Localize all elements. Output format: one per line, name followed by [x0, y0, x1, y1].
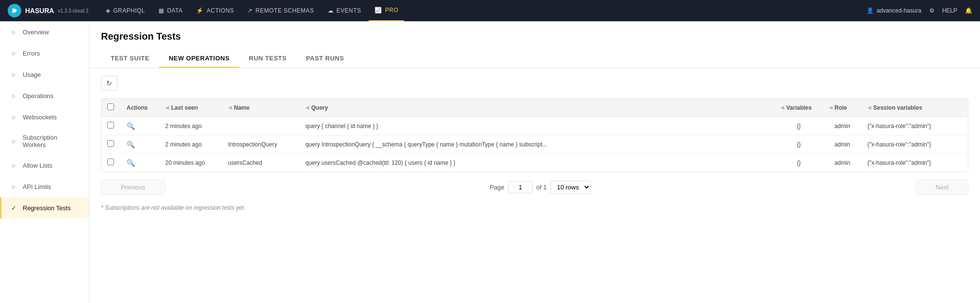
- row2-last-seen: 2 minutes ago: [159, 135, 222, 154]
- row2-checkbox[interactable]: [107, 140, 114, 147]
- data-icon: ▦: [159, 7, 164, 14]
- role-sort-icon: ◀: [829, 105, 833, 110]
- th-role[interactable]: ◀ Role: [823, 99, 862, 117]
- th-name[interactable]: ◀ Name: [222, 99, 300, 117]
- notifications-button[interactable]: 🔔: [965, 7, 972, 14]
- row3-variables: {}: [775, 154, 823, 172]
- gear-icon: ⚙: [929, 7, 935, 14]
- sidebar-item-regression-tests[interactable]: ✓ Regression Tests: [0, 197, 89, 218]
- sidebar-item-allow-lists[interactable]: ○ Allow Lists: [0, 155, 89, 176]
- sidebar-item-overview[interactable]: ○ Overview: [0, 21, 89, 43]
- sidebar-item-usage[interactable]: ○ Usage: [0, 64, 89, 85]
- tab-past-runs[interactable]: PAST RUNS: [296, 50, 354, 68]
- page-input[interactable]: [508, 181, 533, 193]
- next-button[interactable]: Next: [916, 180, 968, 195]
- topnav: HASURA v1.3.3-cloud.3 ◈ GRAPHIQL ▦ DATA …: [0, 0, 980, 21]
- version-text: v1.3.3-cloud.3: [58, 8, 88, 14]
- api-limits-icon: ○: [9, 182, 18, 191]
- th-variables[interactable]: ◀ Variables: [775, 99, 823, 117]
- main-header: Regression Tests TEST SUITE NEW OPERATIO…: [89, 21, 980, 68]
- refresh-icon: ↻: [106, 79, 112, 87]
- variables-sort-icon: ◀: [780, 105, 784, 110]
- footnote: * Subscriptions are not available on reg…: [101, 204, 968, 211]
- row1-session-variables: {"x-hasura-role":"admin"}: [862, 117, 968, 135]
- operations-icon: ○: [9, 91, 18, 100]
- header-row: Actions ◀ Last seen ◀: [101, 99, 968, 117]
- row1-query: query { channel { id name } }: [300, 117, 775, 135]
- th-checkbox: [101, 99, 121, 117]
- operations-table: Actions ◀ Last seen ◀: [101, 98, 968, 172]
- tab-test-suite[interactable]: TEST SUITE: [101, 50, 159, 68]
- row1-checkbox-cell: [101, 117, 121, 135]
- row3-session-variables: {"x-hasura-role":"admin"}: [862, 154, 968, 172]
- regression-tests-icon: ✓: [9, 203, 18, 212]
- row2-actions-cell: 🔍: [121, 135, 159, 154]
- query-sort-icon: ◀: [305, 105, 309, 110]
- tab-new-operations[interactable]: NEW OPERATIONS: [159, 50, 239, 68]
- page-title: Regression Tests: [101, 31, 968, 42]
- errors-icon: ○: [9, 49, 18, 58]
- pagination: Previous Page of 1 10 rows 20 rows 50 ro…: [101, 174, 968, 201]
- sidebar-item-errors[interactable]: ○ Errors: [0, 43, 89, 64]
- nav-actions[interactable]: ⚡ ACTIONS: [190, 0, 240, 21]
- sidebar-item-operations[interactable]: ○ Operations: [0, 85, 89, 106]
- events-icon: ☁: [328, 7, 334, 14]
- subscription-workers-icon: ○: [9, 137, 18, 145]
- row2-name: IntrospectionQuery: [222, 135, 300, 154]
- row1-search-button[interactable]: 🔍: [127, 122, 135, 130]
- th-query[interactable]: ◀ Query: [300, 99, 775, 117]
- row2-search-button[interactable]: 🔍: [127, 141, 135, 148]
- nav-events[interactable]: ☁ EVENTS: [322, 0, 367, 21]
- row1-actions-cell: 🔍: [121, 117, 159, 135]
- settings-button[interactable]: ⚙: [929, 7, 935, 14]
- row1-variables: {}: [775, 117, 823, 135]
- row2-query: query IntrospectionQuery { __schema { qu…: [300, 135, 775, 154]
- nav-graphiql[interactable]: ◈ GRAPHIQL: [100, 0, 151, 21]
- th-session-variables[interactable]: ◀ Session variables: [862, 99, 968, 117]
- usage-icon: ○: [9, 70, 18, 79]
- row3-role: admin: [823, 154, 862, 172]
- row2-role: admin: [823, 135, 862, 154]
- remote-schemas-icon: ↗: [247, 7, 253, 14]
- row1-name: [222, 117, 300, 135]
- row2-session-variables: {"x-hasura-role":"admin"}: [862, 135, 968, 154]
- sidebar-item-websockets[interactable]: ○ Websockets: [0, 106, 89, 128]
- row3-name: usersCached: [222, 154, 300, 172]
- tab-run-tests[interactable]: RUN TESTS: [239, 50, 296, 68]
- row3-actions-cell: 🔍: [121, 154, 159, 172]
- row3-checkbox-cell: [101, 154, 121, 172]
- table-row: 🔍 2 minutes ago IntrospectionQuery query…: [101, 135, 968, 154]
- bell-icon: 🔔: [965, 7, 972, 14]
- table-header: Actions ◀ Last seen ◀: [101, 99, 968, 117]
- row3-search-button[interactable]: 🔍: [127, 159, 135, 167]
- row3-last-seen: 20 minutes ago: [159, 154, 222, 172]
- sidebar: ○ Overview ○ Errors ○ Usage ○ Operations…: [0, 21, 89, 303]
- row1-last-seen: 2 minutes ago: [159, 117, 222, 135]
- sidebar-item-api-limits[interactable]: ○ API Limits: [0, 176, 89, 197]
- pro-icon: 📈: [375, 7, 382, 14]
- nav-data[interactable]: ▦ DATA: [153, 0, 188, 21]
- page-label: Page: [490, 184, 504, 191]
- row1-role: admin: [823, 117, 862, 135]
- nav-remote-schemas[interactable]: ↗ REMOTE SCHEMAS: [242, 0, 320, 21]
- th-last-seen[interactable]: ◀ Last seen: [159, 99, 222, 117]
- select-all-checkbox[interactable]: [107, 103, 114, 110]
- rows-per-page-select[interactable]: 10 rows 20 rows 50 rows: [550, 181, 591, 194]
- previous-button[interactable]: Previous: [101, 180, 165, 195]
- topnav-right: 👤 advanced-hasura ⚙ HELP 🔔: [866, 7, 972, 14]
- table-row: 🔍 2 minutes ago query { channel { id nam…: [101, 117, 968, 135]
- help-button[interactable]: HELP: [942, 7, 957, 14]
- nav-pro[interactable]: 📈 PRO: [369, 0, 404, 21]
- of-label: of 1: [536, 184, 547, 191]
- last-seen-sort-icon: ◀: [165, 105, 169, 110]
- table-row: 🔍 20 minutes ago usersCached query users…: [101, 154, 968, 172]
- main-content: Regression Tests TEST SUITE NEW OPERATIO…: [89, 21, 980, 303]
- row3-checkbox[interactable]: [107, 159, 114, 165]
- row1-checkbox[interactable]: [107, 122, 114, 129]
- user-menu[interactable]: 👤 advanced-hasura: [866, 7, 922, 14]
- topnav-links: ◈ GRAPHIQL ▦ DATA ⚡ ACTIONS ↗ REMOTE SCH…: [100, 0, 855, 21]
- refresh-button[interactable]: ↻: [101, 76, 117, 90]
- table: Actions ◀ Last seen ◀: [101, 99, 968, 172]
- sidebar-item-subscription-workers[interactable]: ○ Subscription Workers: [0, 128, 89, 155]
- user-icon: 👤: [866, 7, 874, 14]
